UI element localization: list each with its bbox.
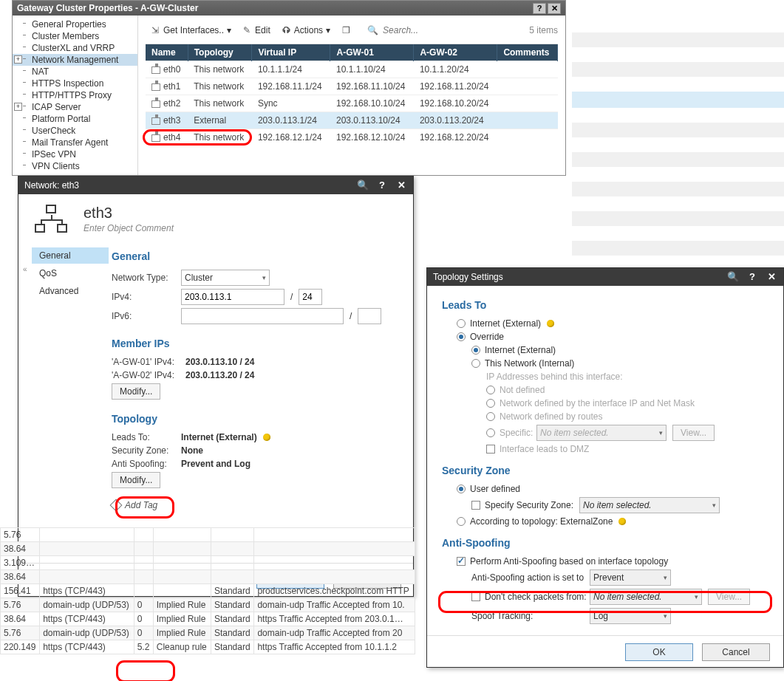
radio-according-topology[interactable] [457,517,466,526]
check-dont-check[interactable] [471,592,480,601]
cancel-button[interactable]: Cancel [702,643,770,661]
log-row[interactable]: 220.149https (TCP/443)5.2Cleanup ruleSta… [1,640,415,654]
add-tag-button[interactable]: Add Tag [112,500,400,510]
column-header[interactable]: Name [146,44,188,61]
check-specify-sz[interactable] [471,501,480,510]
as-action-dropdown[interactable]: Prevent▾ [590,569,671,586]
dont-check-dropdown[interactable]: No item selected.▾ [590,589,702,605]
mask-separator: / [350,311,352,321]
actions-label: Actions [294,25,323,35]
object-name: eth3 [83,205,174,222]
object-comment[interactable]: Enter Object Comment [83,223,174,233]
nav-item-mail-transfer-agent[interactable]: Mail Transfer Agent [13,137,137,148]
specific-view-button: View... [672,425,715,441]
column-header[interactable]: A-GW-01 [330,44,414,61]
ipv6-label: IPv6: [112,311,181,321]
column-header[interactable]: Virtual IP [252,44,330,61]
close-button[interactable]: ✕ [548,3,561,14]
table-row[interactable]: eth3External203.0.113.1/24203.0.113.10/2… [146,112,558,129]
nav-item-vpn-clients[interactable]: VPN Clients [13,160,137,172]
search-input[interactable] [381,24,455,36]
nav-item-network-management[interactable]: +Network Management [13,54,137,66]
nav-item-ipsec-vpn[interactable]: IPSec VPN [13,148,137,160]
table-row[interactable]: eth0This network10.1.1.1/2410.1.1.10/241… [146,61,558,78]
log-row[interactable]: 3.109… [1,556,415,570]
radio-override-internet[interactable] [471,346,480,355]
log-row[interactable]: 38.64 [1,570,415,584]
expand-icon[interactable]: + [14,103,22,111]
chevron-down-icon: ▾ [262,274,266,281]
search-icon[interactable]: 🔍 [727,271,739,283]
search-icon[interactable]: 🔍 [357,179,369,191]
ipv6-input[interactable] [181,308,344,324]
section-memberips-header: Member IPs [112,338,400,349]
network-object-icon [33,205,69,234]
net-by-ipmask-label: Network defined by the interface IP and … [500,398,695,408]
collapse-sidebar-icon[interactable]: « [23,265,27,273]
specify-sz-dropdown[interactable]: No item selected.▾ [579,497,720,513]
search-box[interactable]: 🔍 [367,24,455,36]
log-row[interactable]: 5.76domain-udp (UDP/53)0Implied RuleStan… [1,598,415,612]
column-header[interactable]: Topology [188,44,252,61]
radio-override[interactable] [457,332,466,341]
nav-item-cluster-members[interactable]: Cluster Members [13,30,137,42]
radio-this-network[interactable] [471,359,480,368]
specific-label: Specific: [500,428,536,438]
members-modify-button[interactable]: Modify... [112,383,160,400]
table-row[interactable]: eth1This network192.168.11.1/24192.168.1… [146,78,558,95]
close-icon[interactable]: ✕ [766,271,777,283]
ok-button[interactable]: OK [625,643,693,661]
close-icon[interactable]: ✕ [395,179,407,191]
nav-item-usercheck[interactable]: UserCheck [13,125,137,137]
sidenav-item-advanced[interactable]: Advanced [32,283,109,299]
log-row[interactable]: 38.64 [1,542,415,556]
log-row[interactable]: 5.76 [1,528,415,542]
download-icon: ⇲ [150,25,160,35]
log-row[interactable]: 5.76domain-udp (UDP/53)0Implied RuleStan… [1,626,415,640]
ipv4-input[interactable] [181,289,284,305]
dialog-title: Network: eth3 [24,180,79,191]
interfaces-table: NameTopologyVirtual IPA-GW-01A-GW-02Comm… [146,44,558,146]
sidenav-item-qos[interactable]: QoS [32,265,109,281]
actions-button[interactable]: ⮉ Actions ▾ [281,25,330,35]
nav-item-http-https-proxy[interactable]: HTTP/HTTPS Proxy [13,89,137,101]
window-toggle-button[interactable]: ❐ [341,25,351,35]
help-icon[interactable]: ? [746,271,758,283]
column-header[interactable]: Comments [497,44,558,61]
nav-item-platform-portal[interactable]: Platform Portal [13,113,137,125]
topology-modify-button[interactable]: Modify... [112,472,160,488]
interface-icon [151,66,160,74]
log-row[interactable]: 38.64https (TCP/443)0Implied RuleStandar… [1,612,415,626]
net-type-value: Cluster [185,273,213,283]
net-by-routes-label: Network defined by routes [500,411,602,422]
table-row[interactable]: eth4This network192.168.12.1/24192.168.1… [146,129,558,146]
check-perform-as[interactable] [457,557,466,566]
chevron-down-icon: ▾ [664,612,667,620]
edit-button[interactable]: ✎ Edit [242,25,270,35]
nav-item-clusterxl-and-vrrp[interactable]: ClusterXL and VRRP [13,42,137,54]
expand-icon[interactable]: + [14,55,22,64]
gateway-cluster-properties-window: Gateway Cluster Properties - A-GW-Cluste… [12,0,566,176]
interface-icon [151,117,160,125]
column-header[interactable]: A-GW-02 [414,44,497,61]
table-row[interactable]: eth2This networkSync192.168.10.10/24192.… [146,95,558,112]
dialog-title: Topology Settings [433,272,503,282]
ipv4-mask-input[interactable] [299,289,322,305]
radio-user-defined[interactable] [457,485,466,493]
ipv6-mask-input[interactable] [358,308,381,324]
nav-item-nat[interactable]: NAT [13,66,137,78]
nav-item-icap-server[interactable]: +ICAP Server [13,101,137,113]
get-interfaces-label: Get Interfaces.. [163,25,224,35]
nav-item-https-inspection[interactable]: HTTPS Inspection [13,78,137,89]
log-row[interactable]: 156.41https (TCP/443)Standardproductserv… [1,584,415,598]
net-type-dropdown[interactable]: Cluster▾ [181,270,270,286]
topology-settings-window: Topology Settings 🔍 ? ✕ Leads To Interne… [426,267,784,668]
radio-not-defined [486,386,495,394]
radio-internet-external[interactable] [457,319,466,328]
help-icon[interactable]: ? [376,179,388,191]
get-interfaces-button[interactable]: ⇲ Get Interfaces.. ▾ [150,25,231,35]
sidenav-item-general[interactable]: General [32,247,109,264]
nav-item-general-properties[interactable]: General Properties [13,18,137,30]
spoof-track-dropdown[interactable]: Log▾ [590,608,671,624]
help-button[interactable]: ? [533,3,546,14]
